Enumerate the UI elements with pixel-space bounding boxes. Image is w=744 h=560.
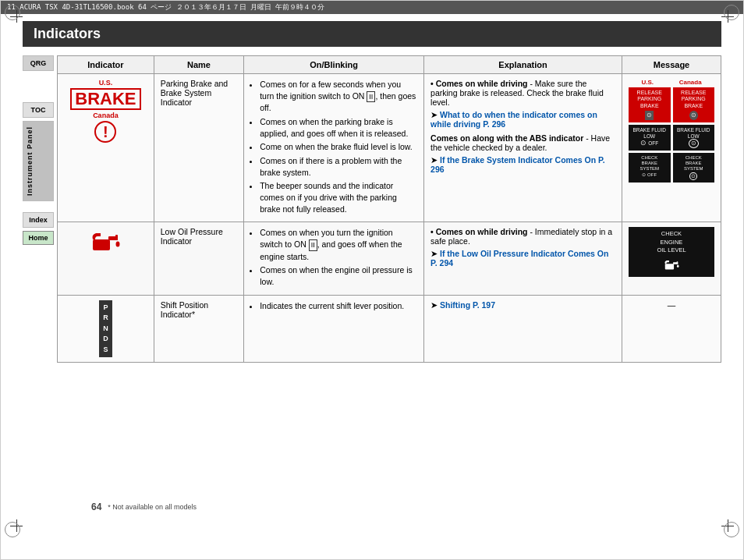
brake-onblinking-cell: Comes on for a few seconds when you turn… bbox=[244, 74, 424, 222]
oil-name: Low Oil Pressure Indicator bbox=[161, 227, 223, 246]
brake-text-icon: BRAKE bbox=[70, 88, 140, 110]
oil-bullet-1: Comes on when you turn the ignition swit… bbox=[260, 227, 417, 262]
oil-msg-icon bbox=[663, 257, 680, 271]
shift-bullet-1: Indicates the current shift lever positi… bbox=[260, 300, 417, 312]
side-nav: QRG TOC Instrument Panel Index Home bbox=[23, 55, 54, 514]
msg-check-brakes-ca: CHECKBRAKESYSTEM⊙ bbox=[673, 153, 715, 183]
oil-name-cell: Low Oil Pressure Indicator bbox=[154, 222, 243, 295]
svg-rect-0 bbox=[93, 239, 110, 250]
brake-exp-link1[interactable]: What to do when the indicator comes on w… bbox=[430, 110, 597, 129]
circle-tl bbox=[5, 5, 20, 20]
table-row-brake: U.S. BRAKE Canada ! Parking Brake and Br… bbox=[58, 74, 721, 222]
shift-exp-link[interactable]: Shifting bbox=[440, 300, 470, 310]
oil-message-cell: CHECKENGINEOIL LEVEL bbox=[622, 222, 721, 295]
page-number: 64 bbox=[91, 502, 101, 512]
svg-rect-2 bbox=[115, 235, 118, 240]
arrow-icon-4: ➤ bbox=[430, 300, 438, 310]
page-footer: 64 * Not available on all models bbox=[91, 500, 721, 514]
brake-icon-wrap: U.S. BRAKE Canada ! bbox=[64, 79, 147, 143]
circle-br bbox=[724, 522, 739, 537]
brake-exp-bold2: Comes on along with the ABS indicator bbox=[430, 133, 583, 143]
footnote: * Not available on all models bbox=[108, 503, 197, 511]
msg-brake-fluid-ca: BRAKE FLUIDLOW⊙ bbox=[673, 125, 715, 151]
page-outer: 11 ACURA TSX 4D-31TL16500.book 64 ページ ２０… bbox=[0, 0, 744, 560]
file-info: 11 ACURA TSX 4D-31TL16500.book 64 ページ ２０… bbox=[7, 3, 324, 11]
msg-check-brakes-us: CHECKBRAKESYSTEM⊙ OFF bbox=[629, 153, 671, 183]
shift-exp-link-wrap: ➤ Shifting P. 197 bbox=[430, 300, 615, 310]
shift-exp-link-page[interactable]: P. 197 bbox=[473, 300, 495, 310]
brake-explanation-1: • Comes on while driving - Make sure the… bbox=[430, 79, 615, 107]
col-header-name: Name bbox=[154, 56, 243, 74]
msg-release-parking-us: RELEASEPARKINGBRAKE⊙ bbox=[629, 87, 671, 122]
brake-message-cell: U.S. Canada RELEASEPARKINGBRAKE⊙ RELEASE… bbox=[622, 74, 721, 222]
circle-tr bbox=[724, 5, 739, 20]
brake-exp-link2[interactable]: If the Brake System Indicator Comes On bbox=[440, 155, 596, 165]
brake-indicator-cell: U.S. BRAKE Canada ! bbox=[58, 74, 154, 222]
oil-can-svg bbox=[90, 227, 121, 254]
shift-position-icon: PRNDS bbox=[99, 300, 112, 358]
us-canada-labels: U.S. Canada bbox=[629, 79, 714, 86]
col-header-explanation: Explanation bbox=[424, 56, 622, 74]
oil-exp-link-wrap: ➤ If the Low Oil Pressure Indicator Come… bbox=[430, 249, 615, 268]
brake-canada-label: Canada bbox=[93, 112, 119, 119]
oil-exp-link-page[interactable]: P. 294 bbox=[430, 258, 453, 268]
nav-index[interactable]: Index bbox=[23, 212, 54, 228]
oil-explanation-1: • Comes on while driving - Immediately s… bbox=[430, 227, 615, 246]
brake-us-label: U.S. bbox=[99, 79, 113, 87]
shift-explanation-cell: ➤ Shifting P. 197 bbox=[424, 295, 622, 363]
brake-exp-bold1: • Comes on while driving bbox=[430, 79, 527, 88]
msg-release-parking-ca: RELEASEPARKINGBRAKE⊙ bbox=[673, 87, 715, 122]
svg-rect-4 bbox=[665, 264, 674, 269]
shift-name: Shift Position Indicator* bbox=[161, 300, 208, 319]
brake-bullet-5: The beeper sounds and the indicator come… bbox=[260, 180, 417, 214]
shift-onblinking-cell: Indicates the current shift lever positi… bbox=[244, 295, 424, 363]
nav-toc[interactable]: TOC bbox=[23, 102, 54, 118]
svg-rect-6 bbox=[677, 261, 678, 264]
brake-explanation-2: Comes on along with the ABS indicator - … bbox=[430, 133, 615, 152]
col-header-indicator: Indicator bbox=[58, 56, 154, 74]
brake-bullet-3: Come on when the brake fluid level is lo… bbox=[260, 141, 417, 153]
brake-bullet-2: Comes on when the parking brake is appli… bbox=[260, 116, 417, 139]
oil-bullet-2: Comes on when the engine oil pressure is… bbox=[260, 264, 417, 287]
oil-bullet-list: Comes on when you turn the ignition swit… bbox=[250, 227, 417, 287]
svg-point-7 bbox=[677, 264, 679, 268]
brake-exp-link1-page[interactable]: P. 296 bbox=[483, 119, 505, 129]
oil-onblinking-cell: Comes on when you turn the ignition swit… bbox=[244, 222, 424, 295]
oil-pressure-icon bbox=[64, 227, 147, 260]
oil-message-box: CHECKENGINEOIL LEVEL bbox=[629, 227, 714, 277]
nav-home[interactable]: Home bbox=[23, 231, 54, 245]
shift-bullet-list: Indicates the current shift lever positi… bbox=[250, 300, 417, 312]
brake-exp-link1-wrap: ➤ What to do when the indicator comes on… bbox=[430, 110, 615, 129]
nav-instrument-panel[interactable]: Instrument Panel bbox=[23, 121, 54, 201]
brake-exp-link2-wrap: ➤ If the Brake System Indicator Comes On… bbox=[430, 155, 615, 174]
brake-bullet-4: Comes on if there is a problem with the … bbox=[260, 155, 417, 178]
table-row-oil: Low Oil Pressure Indicator Comes on when… bbox=[58, 222, 721, 295]
table-area: Indicator Name On/Blinking Explanation M… bbox=[57, 55, 721, 514]
brake-bullet-list: Comes on for a few seconds when you turn… bbox=[250, 79, 417, 214]
brake-circle-icon: ! bbox=[94, 121, 116, 143]
shift-name-cell: Shift Position Indicator* bbox=[154, 295, 243, 363]
arrow-icon-3: ➤ bbox=[430, 249, 438, 258]
circle-bl bbox=[5, 522, 20, 537]
svg-point-3 bbox=[116, 242, 120, 247]
brake-explanation-cell: • Comes on while driving - Make sure the… bbox=[424, 74, 622, 222]
msg-us-label: U.S. bbox=[641, 79, 654, 86]
top-bar: 11 ACURA TSX 4D-31TL16500.book 64 ページ ２０… bbox=[1, 1, 743, 14]
msg-brake-fluid-us: BRAKE FLUIDLOW⊙ OFF bbox=[629, 125, 671, 151]
arrow-icon-2: ➤ bbox=[430, 155, 438, 165]
col-header-message: Message bbox=[622, 56, 721, 74]
oil-exp-bold: • Comes on while driving bbox=[430, 227, 527, 236]
shift-message-dash: — bbox=[668, 300, 676, 310]
col-header-onblinking: On/Blinking bbox=[244, 56, 424, 74]
main-content: Indicators QRG TOC Instrument Panel Inde… bbox=[23, 21, 721, 537]
arrow-icon-1: ➤ bbox=[430, 110, 438, 119]
shift-indicator-cell: PRNDS bbox=[58, 295, 154, 363]
msg-canada-label: Canada bbox=[679, 79, 702, 86]
brake-bullet-1: Comes on for a few seconds when you turn… bbox=[260, 79, 417, 114]
oil-exp-link[interactable]: If the Low Oil Pressure Indicator Comes … bbox=[440, 249, 608, 258]
brake-name-cell: Parking Brake and Brake System Indicator bbox=[154, 74, 243, 222]
brake-message-grid: RELEASEPARKINGBRAKE⊙ RELEASEPARKINGBRAKE… bbox=[629, 87, 714, 183]
shift-message-cell: — bbox=[622, 295, 721, 363]
brake-name: Parking Brake and Brake System Indicator bbox=[161, 79, 228, 107]
nav-qrg[interactable]: QRG bbox=[23, 55, 54, 71]
